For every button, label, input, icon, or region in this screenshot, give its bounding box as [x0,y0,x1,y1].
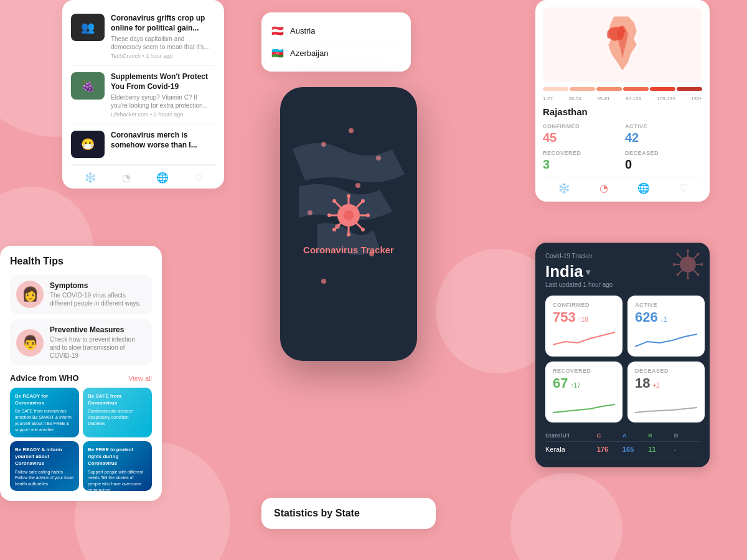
tracker-active-val: 626 ↓1 [635,309,697,325]
news-text-2: Supplements Won't Protect You From Covid… [111,72,215,118]
svg-point-7 [327,213,331,217]
news-text-1: Coronavirus grifts crop up online for po… [111,14,215,59]
who-card-1[interactable]: Be READY for Coronavirus Be SAFE from co… [10,388,79,437]
who-card-2-head: Be SAFE from Coronavirus [88,393,147,406]
svg-point-20 [687,250,689,252]
col-c-header: C [597,432,622,439]
tracker-recovered-label: RECOVERED [553,368,615,374]
svg-point-28 [676,253,679,255]
legend-range-2: 28-54 [568,96,581,101]
preventive-item[interactable]: 👨 Preventive Measures Check how to preve… [10,319,152,366]
active-chart [635,329,697,348]
kerala-state: Kerala [545,446,597,453]
kerala-row[interactable]: Kerala 176 165 11 - [545,442,700,457]
news-item-1[interactable]: 👥 Coronavirus grifts crop up online for … [71,7,215,66]
nav-global-icon[interactable]: 🌐 [156,172,169,184]
recovered-value: 3 [543,157,620,172]
tracker-deceased-cell: DECEASED 18 +2 [627,362,705,422]
virus-deco-icon [672,249,703,282]
news-item-2[interactable]: 🍇 Supplements Won't Protect You From Cov… [71,66,215,124]
legend-range-4: 82-108 [626,96,641,101]
tracker-confirmed-cell: CONFIRMED 753 ↑18 [545,296,622,357]
svg-point-26 [700,263,703,266]
tracker-deceased-val: 18 +2 [635,375,697,391]
svg-line-16 [336,223,341,228]
stats-state-title: Statistics by State [274,508,423,519]
who-card-3[interactable]: Be READY & inform yourself about Coronav… [10,441,79,491]
tracker-recovered-cell: RECOVERED 67 ↑17 [545,362,622,422]
legend-range-1: 1-27 [543,96,553,101]
tracker-confirmed-label: CONFIRMED [553,302,615,308]
country-azerbaijan[interactable]: 🇦🇿 Azerbaijan [271,42,401,64]
legend-range-5: 109-135 [657,96,675,101]
deceased-value: 0 [625,157,702,172]
state-table: State/UT C A R D Kerala 176 165 11 - [545,430,700,457]
virus-svg-icon [327,194,370,237]
rajasthan-stats: CONFIRMED 45 ACTIVE 42 RECOVERED 3 DECEA… [543,123,702,172]
news-item-3[interactable]: 😷 Coronavirus merch is somehow worse tha… [71,124,215,165]
who-card-2[interactable]: Be SAFE from Coronavirus Cardiovascular … [83,388,152,437]
country-austria[interactable]: 🇦🇹 Austria [271,20,401,42]
state-name: Rajasthan [543,106,702,117]
svg-point-11 [332,199,336,203]
confirmed-change: ↑18 [578,316,588,323]
india-map-area [543,7,702,82]
tracker-deceased-label: DECEASED [635,368,697,374]
news-thumb-2: 🍇 [71,72,105,100]
country-dropdown[interactable]: 🇦🇹 Austria 🇦🇿 Azerbaijan [261,12,411,72]
map-nav-virus-icon[interactable]: ❄️ [558,182,570,194]
nav-heart-icon[interactable]: ♡ [194,172,203,184]
deceased-cell: DECEASED 0 [625,150,702,172]
who-header: Advice from WHO View all [10,373,152,383]
col-d-header: D [674,432,700,439]
who-card-1-head: Be READY for Coronavirus [15,393,74,406]
svg-point-17 [332,228,336,231]
rajasthan-card: 1-27 28-54 55-81 82-108 109-135 135+ Raj… [535,0,710,202]
legend-labels: 1-27 28-54 55-81 82-108 109-135 135+ [543,96,702,101]
map-nav-stats-icon[interactable]: ◔ [599,182,608,194]
news-title-1: Coronavirus grifts crop up online for po… [111,14,215,33]
svg-point-22 [687,277,689,279]
map-nav-global-icon[interactable]: 🌐 [637,182,650,194]
svg-line-14 [356,202,362,208]
map-nav-heart-icon[interactable]: ♡ [679,182,688,194]
legend-bar [543,87,702,91]
news-card: 👥 Coronavirus grifts crop up online for … [62,0,224,189]
symptoms-item[interactable]: 👩 Symptoms The COVID-19 virus affects di… [10,274,152,314]
tracker-active-cell: ACTIVE 626 ↓1 [627,296,705,357]
news-desc-1: These days capitalism and democracy seem… [111,35,215,51]
svg-line-29 [693,270,697,274]
active-label: ACTIVE [625,123,702,129]
col-state-header: State/UT [545,432,597,439]
svg-point-3 [347,194,350,198]
svg-line-27 [679,255,682,259]
who-view-all-link[interactable]: View all [128,375,152,382]
deceased-change: +2 [652,382,659,389]
map-card-nav: ❄️ ◔ 🌐 ♡ [543,177,702,194]
news-thumb-3: 😷 [71,131,105,158]
col-a-header: A [622,432,648,439]
who-card-4-head: Be FREE to protect rights during Coronav… [88,446,147,467]
recovered-label: RECOVERED [543,150,620,156]
kerala-active: 165 [622,446,648,453]
col-r-header: R [648,432,674,439]
who-card-4[interactable]: Be FREE to protect rights during Coronav… [83,441,152,491]
confirmed-cell: CONFIRMED 45 [543,123,620,145]
svg-point-13 [361,228,365,231]
symptoms-avatar: 👩 [16,281,44,308]
legend-range-6: 135+ [691,96,702,101]
nav-stats-icon[interactable]: ◔ [122,172,131,184]
symptoms-text: Symptoms The COVID-19 virus affects diff… [50,281,146,307]
news-title-2: Supplements Won't Protect You From Covid… [111,72,215,91]
who-card-4-body: Support people with different needs Tell… [88,469,147,491]
deceased-label: DECEASED [625,150,702,156]
svg-point-24 [673,263,675,266]
nav-virus-icon[interactable]: ❄️ [84,172,96,184]
symptoms-title: Symptoms [50,281,146,290]
azerbaijan-label: Azerbaijan [290,49,328,58]
tracker-app-label: Coronavirus Tracker [303,245,394,255]
news-nav: ❄️ ◔ 🌐 ♡ [71,165,215,189]
austria-label: Austria [290,26,315,35]
dropdown-chevron-icon[interactable]: ▾ [586,267,590,277]
health-tips-card: Health Tips 👩 Symptoms The COVID-19 viru… [0,246,162,501]
